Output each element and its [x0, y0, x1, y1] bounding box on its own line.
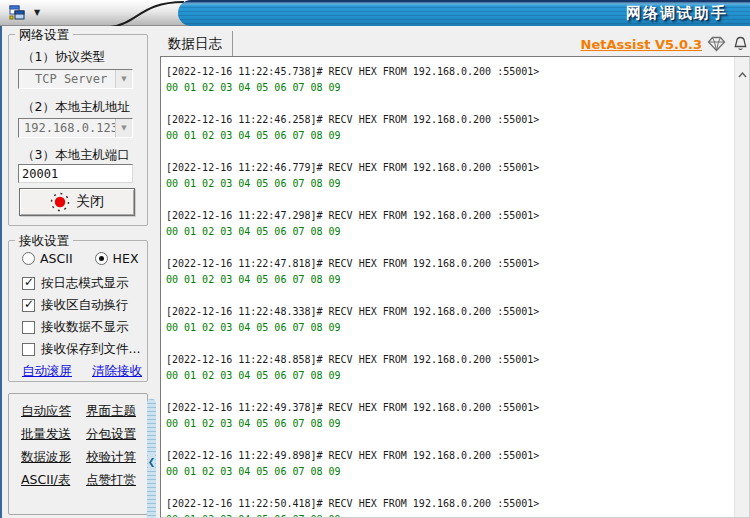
tool-link[interactable]: ASCII/表 — [21, 472, 83, 489]
log-entry-hex-data: 00 01 02 03 04 05 06 07 08 09 — [166, 80, 730, 96]
radio-circle[interactable] — [22, 252, 35, 265]
radio-label: ASCII — [40, 251, 73, 266]
log-entry: [2022-12-16 11:22:46.779]# RECV HEX FROM… — [166, 160, 730, 192]
log-entry: [2022-12-16 11:22:46.258]# RECV HEX FROM… — [166, 112, 730, 144]
netassist-window: ▼ 网络调试助手 网络设置 （1）协议类型 TCP Server ▼ （2）本地… — [0, 0, 750, 518]
log-entry-header: [2022-12-16 11:22:49.378]# RECV HEX FROM… — [166, 400, 730, 416]
log-entry: [2022-12-16 11:22:49.378]# RECV HEX FROM… — [166, 400, 730, 432]
log-scrollbar[interactable] — [734, 57, 749, 517]
format-radio[interactable]: HEX — [95, 251, 139, 266]
host-address-combobox[interactable]: 192.168.0.123 ▼ — [18, 118, 133, 138]
close-button-label: 关闭 — [76, 193, 104, 211]
log-entry-hex-data: 00 01 02 03 04 05 06 07 08 09 — [166, 512, 730, 517]
scroll-up-arrow-icon[interactable] — [738, 63, 747, 82]
panel-collapse-splitter[interactable]: ❮ — [147, 399, 156, 518]
host-address-label: （2）本地主机地址 — [22, 99, 130, 116]
log-entry-header: [2022-12-16 11:22:46.258]# RECV HEX FROM… — [166, 112, 730, 128]
log-entry: [2022-12-16 11:22:49.898]# RECV HEX FROM… — [166, 448, 730, 480]
format-radio[interactable]: ASCII — [22, 251, 73, 266]
log-entry: [2022-12-16 11:22:45.738]# RECV HEX FROM… — [166, 64, 730, 96]
checkbox[interactable] — [22, 277, 35, 290]
log-entry-hex-data: 00 01 02 03 04 05 06 07 08 09 — [166, 320, 730, 336]
receive-settings-group: 接收设置 ASCII HEX 按日志模式显示 — [8, 240, 148, 382]
checkbox[interactable] — [22, 321, 35, 334]
auto-scroll-link[interactable]: 自动滚屏 — [22, 363, 72, 380]
title-bar: ▼ 网络调试助手 — [0, 0, 750, 26]
log-entry-hex-data: 00 01 02 03 04 05 06 07 08 09 — [166, 416, 730, 432]
radio-circle[interactable] — [95, 252, 108, 265]
tools-panel: 自动应答 界面主题 批量发送 分包设置 数据波形 校验计算 ASCII/表 点赞… — [8, 393, 148, 515]
app-menu-dropdown-arrow[interactable]: ▼ — [34, 8, 40, 17]
tools-link-grid: 自动应答 界面主题 批量发送 分包设置 数据波形 校验计算 ASCII/表 点赞… — [9, 394, 147, 489]
log-entry-hex-data: 00 01 02 03 04 05 06 07 08 09 — [166, 272, 730, 288]
log-entry-header: [2022-12-16 11:22:50.418]# RECV HEX FROM… — [166, 496, 730, 512]
network-settings-legend: 网络设置 — [15, 27, 73, 44]
log-entry: [2022-12-16 11:22:48.338]# RECV HEX FROM… — [166, 304, 730, 336]
receive-settings-legend: 接收设置 — [15, 233, 73, 250]
host-port-input[interactable] — [18, 164, 133, 183]
titlebar-blue-band: 网络调试助手 — [178, 0, 750, 26]
receive-option-row[interactable]: 接收保存到文件... — [22, 338, 140, 360]
log-entry-header: [2022-12-16 11:22:49.898]# RECV HEX FROM… — [166, 448, 730, 464]
app-menu-icon[interactable] — [9, 5, 26, 21]
receive-option-row[interactable]: 按日志模式显示 — [22, 272, 140, 294]
receive-option-list: 按日志模式显示 接收区自动换行 接收数据不显示 接收保存到文件... — [22, 272, 140, 360]
log-entry: [2022-12-16 11:22:50.418]# RECV HEX FROM… — [166, 496, 730, 517]
version-link[interactable]: NetAssist V5.0.3 — [581, 37, 702, 52]
bell-icon[interactable] — [733, 36, 748, 56]
log-entry-header: [2022-12-16 11:22:48.338]# RECV HEX FROM… — [166, 304, 730, 320]
checkbox-label: 按日志模式显示 — [41, 275, 129, 292]
data-log-area[interactable]: [2022-12-16 11:22:45.738]# RECV HEX FROM… — [160, 56, 750, 518]
window-title: 网络调试助手 — [626, 4, 728, 23]
connection-status-icon — [50, 192, 70, 212]
tool-link[interactable]: 点赞打赏 — [86, 472, 143, 489]
host-port-label: （3）本地主机端口 — [22, 147, 130, 164]
host-address-dropdown-arrow-icon[interactable]: ▼ — [115, 119, 132, 137]
close-connection-button[interactable]: 关闭 — [19, 188, 135, 216]
checkbox-label: 接收数据不显示 — [41, 319, 129, 336]
log-entry-header: [2022-12-16 11:22:47.818]# RECV HEX FROM… — [166, 256, 730, 272]
log-entry: [2022-12-16 11:22:47.818]# RECV HEX FROM… — [166, 256, 730, 288]
log-entry-header: [2022-12-16 11:22:47.298]# RECV HEX FROM… — [166, 208, 730, 224]
receive-format-radios: ASCII HEX — [22, 251, 138, 266]
log-entry: [2022-12-16 11:22:48.858]# RECV HEX FROM… — [166, 352, 730, 384]
checkbox[interactable] — [22, 343, 35, 356]
host-address-value: 192.168.0.123 — [19, 121, 115, 135]
diamond-icon[interactable] — [707, 36, 726, 56]
radio-label: HEX — [113, 251, 139, 266]
network-settings-group: 网络设置 （1）协议类型 TCP Server ▼ （2）本地主机地址 192.… — [8, 34, 148, 226]
checkbox-label: 接收保存到文件... — [41, 341, 140, 358]
log-content: [2022-12-16 11:22:45.738]# RECV HEX FROM… — [161, 57, 734, 517]
tab-data-log[interactable]: 数据日志 — [160, 31, 233, 56]
window-left-border — [0, 26, 2, 518]
tool-link[interactable]: 校验计算 — [86, 449, 143, 466]
checkbox-label: 接收区自动换行 — [41, 297, 129, 314]
protocol-type-value: TCP Server — [19, 72, 115, 86]
tool-link[interactable]: 批量发送 — [21, 426, 83, 443]
receive-link-row: 自动滚屏 清除接收 — [22, 363, 142, 380]
collapse-left-arrow-icon[interactable]: ❮ — [148, 455, 156, 469]
protocol-dropdown-arrow-icon[interactable]: ▼ — [115, 70, 132, 88]
log-entry-hex-data: 00 01 02 03 04 05 06 07 08 09 — [166, 368, 730, 384]
protocol-type-combobox[interactable]: TCP Server ▼ — [18, 69, 133, 89]
log-entry-hex-data: 00 01 02 03 04 05 06 07 08 09 — [166, 128, 730, 144]
tool-link[interactable]: 分包设置 — [86, 426, 143, 443]
log-entry-hex-data: 00 01 02 03 04 05 06 07 08 09 — [166, 464, 730, 480]
log-entry: [2022-12-16 11:22:47.298]# RECV HEX FROM… — [166, 208, 730, 240]
tool-link[interactable]: 界面主题 — [86, 403, 143, 420]
receive-option-row[interactable]: 接收区自动换行 — [22, 294, 140, 316]
log-entry-hex-data: 00 01 02 03 04 05 06 07 08 09 — [166, 224, 730, 240]
clear-receive-link[interactable]: 清除接收 — [92, 363, 142, 380]
log-entry-header: [2022-12-16 11:22:46.779]# RECV HEX FROM… — [166, 160, 730, 176]
log-entry-hex-data: 00 01 02 03 04 05 06 07 08 09 — [166, 176, 730, 192]
tool-link[interactable]: 自动应答 — [21, 403, 83, 420]
titlebar-swoosh — [108, 0, 188, 26]
log-entry-header: [2022-12-16 11:22:45.738]# RECV HEX FROM… — [166, 64, 730, 80]
checkbox[interactable] — [22, 299, 35, 312]
tool-link[interactable]: 数据波形 — [21, 449, 83, 466]
log-entry-header: [2022-12-16 11:22:48.858]# RECV HEX FROM… — [166, 352, 730, 368]
receive-option-row[interactable]: 接收数据不显示 — [22, 316, 140, 338]
protocol-type-label: （1）协议类型 — [22, 49, 105, 66]
